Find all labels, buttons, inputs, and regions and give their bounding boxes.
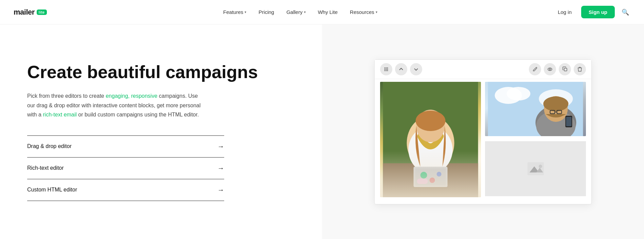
svg-point-9 (548, 68, 552, 71)
svg-point-8 (387, 70, 388, 71)
nav-label-resources: Resources (350, 9, 374, 15)
svg-point-20 (421, 172, 427, 179)
copy-icon (562, 67, 568, 72)
svg-rect-13 (383, 163, 478, 197)
editor-label-richtext: Rich-text editor (27, 165, 64, 171)
nav-item-resources[interactable]: Resources ▾ (345, 6, 382, 18)
nav-center: Features ▾ Pricing Gallery ▾ Why Lite Re… (218, 6, 382, 18)
logo-badge: lite (37, 10, 47, 15)
nav-item-gallery[interactable]: Gallery ▾ (282, 6, 310, 18)
svg-rect-23 (417, 179, 428, 184)
image-placeholder-icon (527, 162, 544, 175)
svg-rect-36 (566, 117, 572, 126)
svg-point-31 (543, 96, 569, 111)
nav-item-pricing[interactable]: Pricing (254, 6, 279, 18)
link-engaging[interactable]: engaging, responsive (106, 93, 157, 99)
hero-section: Create beautiful campaigns Pick from thr… (0, 24, 644, 239)
chevron-down-icon-toolbar (414, 67, 418, 72)
navbar: mailer lite Features ▾ Pricing Gallery ▾… (0, 0, 644, 24)
nav-label-why-lite: Why Lite (318, 9, 338, 15)
image-placeholder (485, 141, 586, 196)
nav-item-why-lite[interactable]: Why Lite (313, 6, 342, 18)
svg-point-17 (416, 111, 446, 131)
logo[interactable]: mailer lite (14, 8, 47, 17)
hero-title: Create beautiful campaigns (27, 62, 302, 82)
svg-point-2 (387, 67, 388, 68)
image-cell-right-top (485, 82, 586, 137)
svg-point-3 (384, 69, 386, 70)
chevron-up-button[interactable] (395, 63, 407, 75)
arrow-icon-richtext: → (217, 164, 224, 172)
svg-point-6 (384, 70, 386, 71)
duplicate-button[interactable] (559, 63, 571, 75)
chevron-down-button[interactable] (410, 63, 422, 75)
grid-icon (383, 67, 389, 72)
link-richtext[interactable]: rich-text email (43, 112, 77, 117)
editor-item-dragdrop[interactable]: Drag & drop editor → (27, 135, 224, 158)
toolbar-right (529, 63, 586, 75)
svg-rect-11 (564, 68, 567, 71)
svg-point-10 (549, 69, 551, 70)
editor-panel (374, 59, 592, 204)
edit-icon (533, 67, 538, 72)
chevron-down-icon-resources: ▾ (376, 10, 377, 14)
nav-right: Log in Sign up 🔍 (554, 6, 630, 18)
photo-man (485, 82, 586, 136)
edit-button[interactable] (529, 63, 541, 75)
svg-rect-18 (414, 167, 448, 187)
svg-point-7 (386, 70, 387, 71)
photo-woman (380, 82, 481, 197)
editor-label-html: Custom HTML editor (27, 187, 77, 193)
svg-point-4 (386, 69, 387, 70)
editor-list: Drag & drop editor → Rich-text editor → … (27, 135, 224, 201)
search-icon[interactable]: 🔍 (620, 7, 630, 17)
svg-point-40 (539, 165, 542, 168)
nav-label-pricing: Pricing (258, 9, 274, 15)
hero-right (322, 24, 644, 239)
eye-icon (547, 67, 553, 72)
hero-left: Create beautiful campaigns Pick from thr… (0, 24, 322, 239)
editor-toolbar (375, 60, 591, 79)
arrow-icon-html: → (217, 186, 224, 194)
image-cell-right-bottom (485, 141, 586, 197)
chevron-up-icon (399, 67, 404, 72)
svg-point-0 (384, 67, 386, 68)
grid-icon-button[interactable] (380, 63, 392, 75)
nav-label-features: Features (223, 9, 243, 15)
image-grid (375, 79, 591, 204)
svg-point-21 (430, 178, 435, 183)
trash-icon (577, 67, 582, 72)
login-button[interactable]: Log in (554, 6, 576, 18)
logo-text: mailer (14, 8, 35, 17)
image-cell-left (380, 82, 481, 197)
editor-item-html[interactable]: Custom HTML editor → (27, 179, 224, 201)
delete-button[interactable] (574, 63, 586, 75)
hero-description: Pick from three editors to create engagi… (27, 91, 204, 119)
toolbar-left (380, 63, 422, 75)
svg-point-5 (387, 69, 388, 70)
svg-point-22 (437, 172, 442, 177)
svg-rect-19 (415, 168, 446, 185)
svg-point-1 (386, 67, 387, 68)
arrow-icon-dragdrop: → (217, 143, 224, 150)
nav-label-gallery: Gallery (286, 9, 303, 15)
preview-button[interactable] (544, 63, 556, 75)
svg-point-26 (507, 87, 531, 100)
nav-item-features[interactable]: Features ▾ (218, 6, 251, 18)
chevron-down-icon-gallery: ▾ (304, 10, 306, 14)
chevron-down-icon: ▾ (245, 10, 246, 14)
editor-label-dragdrop: Drag & drop editor (27, 143, 72, 149)
editor-item-richtext[interactable]: Rich-text editor → (27, 158, 224, 179)
signup-button[interactable]: Sign up (581, 6, 615, 18)
